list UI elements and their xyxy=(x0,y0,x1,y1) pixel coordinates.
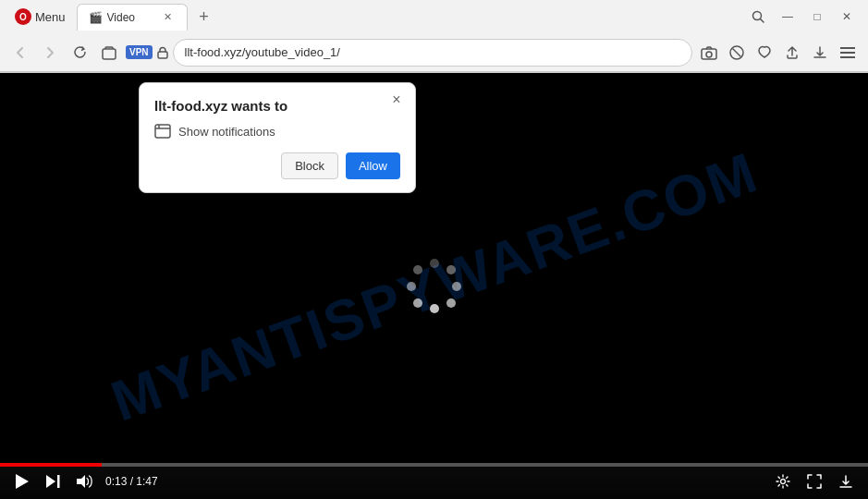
progress-fill xyxy=(0,463,102,467)
reload-button[interactable] xyxy=(67,40,92,66)
main-menu-button[interactable] xyxy=(835,40,861,66)
maximize-button[interactable]: □ xyxy=(803,4,831,30)
notification-permission-popup: × llt-food.xyz wants to Show notificatio… xyxy=(139,82,416,193)
favorites-button[interactable] xyxy=(752,40,777,66)
download-toolbar-button[interactable] xyxy=(807,40,833,66)
svg-line-7 xyxy=(733,49,740,56)
download-video-button[interactable] xyxy=(835,470,857,493)
lock-icon xyxy=(156,46,169,59)
new-tab-button[interactable]: + xyxy=(191,4,217,30)
share-button[interactable] xyxy=(779,40,805,66)
window-controls: — □ ✕ xyxy=(744,4,861,30)
popup-buttons: Block Allow xyxy=(154,152,400,179)
opera-menu-button[interactable]: O 🎬 Menu xyxy=(7,5,73,29)
volume-button[interactable] xyxy=(74,470,96,493)
skip-button[interactable] xyxy=(43,470,65,493)
svg-line-1 xyxy=(761,19,764,23)
search-button[interactable] xyxy=(744,4,772,30)
popup-close-button[interactable]: × xyxy=(387,91,406,109)
progress-bar[interactable] xyxy=(0,463,868,467)
loading-spinner xyxy=(407,259,462,314)
tab-close-button[interactable]: ✕ xyxy=(161,10,176,25)
settings-button[interactable] xyxy=(772,470,794,493)
forward-button[interactable] xyxy=(37,40,63,66)
tab-favicon-icon: 🎬 xyxy=(89,11,102,24)
popup-permission-text: Show notifications xyxy=(178,125,275,139)
url-text: llt-food.xyz/youtube_video_1/ xyxy=(185,45,680,59)
svg-rect-3 xyxy=(158,52,167,58)
tab-bar: O 🎬 Menu 🎬 Video ✕ + — □ ✕ xyxy=(0,0,868,33)
controls-right xyxy=(772,470,857,493)
video-controls-bar: 0:13 / 1:47 xyxy=(0,463,868,499)
svg-rect-16 xyxy=(57,475,60,488)
svg-marker-15 xyxy=(46,475,55,488)
play-button[interactable] xyxy=(11,470,33,493)
svg-point-5 xyxy=(706,52,712,57)
svg-marker-17 xyxy=(77,475,85,488)
browser-chrome: O 🎬 Menu 🎬 Video ✕ + — □ ✕ xyxy=(0,0,868,73)
popup-title: llt-food.xyz wants to xyxy=(154,98,400,114)
notification-perm-icon xyxy=(154,123,171,140)
close-button[interactable]: ✕ xyxy=(833,4,861,30)
menu-text: Menu xyxy=(35,10,66,24)
address-bar: VPN llt-food.xyz/youtube_video_1/ xyxy=(0,33,868,72)
minimize-button[interactable]: — xyxy=(774,4,801,30)
video-content-area: MYANTISPYWARE.COM × llt-food.xyz wants t… xyxy=(0,73,868,499)
allow-button[interactable]: Allow xyxy=(346,152,400,179)
popup-permission-row: Show notifications xyxy=(154,123,400,140)
fullscreen-button[interactable] xyxy=(803,470,825,493)
vpn-badge[interactable]: VPN xyxy=(126,45,153,59)
toolbar-right xyxy=(696,40,861,66)
back-button[interactable] xyxy=(7,40,33,66)
svg-rect-2 xyxy=(103,49,116,59)
spinner-ring xyxy=(407,259,462,314)
svg-rect-11 xyxy=(155,125,170,138)
tab-video[interactable]: 🎬 Video ✕ xyxy=(77,4,188,30)
block-button[interactable]: Block xyxy=(281,152,338,179)
opera-logo-icon: O xyxy=(15,8,31,25)
time-display: 0:13 / 1:47 xyxy=(105,475,158,488)
url-input[interactable]: llt-food.xyz/youtube_video_1/ xyxy=(173,39,692,67)
camera-button[interactable] xyxy=(696,40,722,66)
shield-button[interactable] xyxy=(724,40,750,66)
tabs-overview-button[interactable] xyxy=(96,40,122,66)
svg-marker-14 xyxy=(16,474,29,489)
tab-title: Video xyxy=(107,11,155,24)
svg-point-18 xyxy=(781,480,786,484)
